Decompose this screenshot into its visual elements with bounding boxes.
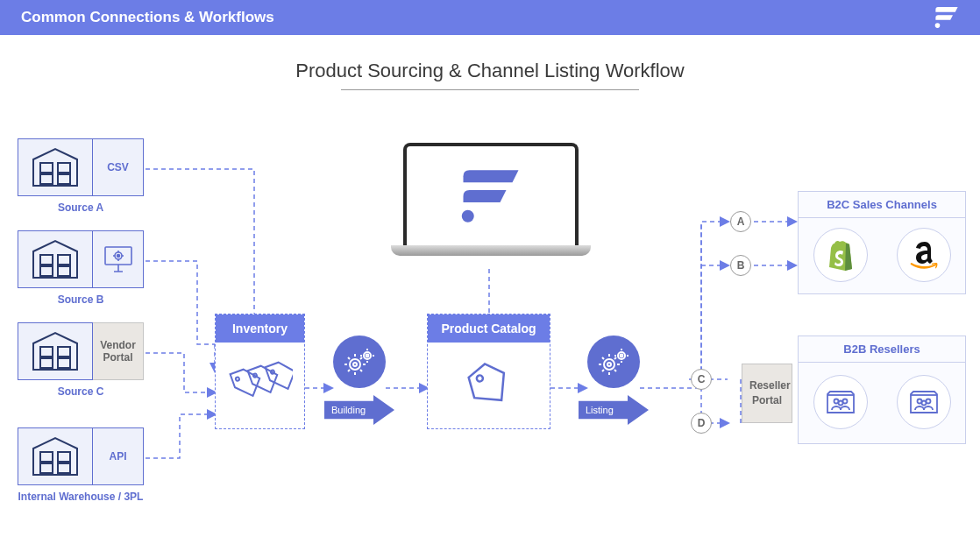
- shopify-icon: [813, 228, 868, 282]
- inventory-box: Inventory: [215, 314, 305, 429]
- svg-point-35: [838, 401, 842, 406]
- svg-rect-14: [58, 347, 70, 357]
- source-c-warehouse-icon: [18, 322, 93, 380]
- diagram-canvas: CSV Source A Source: [0, 90, 980, 551]
- laptop-logo-icon: [460, 170, 522, 223]
- reseller-group-icon-2: [897, 375, 951, 429]
- circle-b: B: [730, 255, 751, 276]
- svg-rect-13: [40, 347, 53, 357]
- svg-point-28: [475, 374, 484, 383]
- circle-d: D: [691, 413, 712, 434]
- catalog-title: Product Catalog: [428, 314, 550, 343]
- header-title: Common Connections & Workflows: [21, 9, 274, 26]
- svg-rect-18: [58, 452, 70, 462]
- circle-c: C: [691, 369, 712, 390]
- svg-point-38: [921, 401, 926, 406]
- svg-point-32: [621, 355, 623, 357]
- source-b-monitor-icon: [93, 230, 144, 288]
- building-gear-icon: [333, 336, 386, 388]
- svg-rect-16: [58, 358, 70, 368]
- inventory-title: Inventory: [216, 314, 304, 343]
- svg-point-0: [935, 23, 941, 28]
- source-d-warehouse-icon: [18, 427, 93, 485]
- source-a: CSV Source A: [18, 138, 144, 215]
- svg-point-1: [462, 210, 474, 223]
- svg-point-30: [607, 363, 611, 366]
- svg-rect-9: [58, 266, 70, 276]
- source-b: Source B: [18, 230, 144, 307]
- source-c-caption: Source C: [18, 385, 144, 399]
- svg-rect-3: [58, 163, 70, 173]
- svg-point-12: [117, 255, 119, 258]
- svg-point-31: [618, 352, 625, 359]
- source-c-vendor-portal: Vendor Portal: [93, 322, 144, 380]
- header-bar: Common Connections & Workflows: [0, 0, 980, 35]
- svg-point-26: [364, 352, 371, 359]
- source-d-caption: Internal Warehouse / 3PL: [18, 491, 144, 505]
- b2c-channels-box: B2C Sales Channels: [798, 191, 966, 294]
- svg-point-29: [604, 359, 614, 370]
- b2c-title: B2C Sales Channels: [799, 192, 965, 218]
- source-b-warehouse-icon: [18, 230, 93, 288]
- building-arrow: Building: [324, 395, 394, 425]
- circle-a: A: [730, 211, 751, 232]
- source-a-caption: Source A: [18, 201, 144, 215]
- svg-rect-20: [58, 463, 70, 473]
- svg-rect-15: [40, 358, 53, 368]
- catalog-box: Product Catalog: [427, 314, 550, 429]
- source-d-api-tag: API: [93, 427, 144, 485]
- b2b-resellers-box: B2B Resellers: [798, 336, 966, 444]
- source-c: Vendor Portal Source C: [18, 322, 144, 399]
- listing-arrow: Listing: [579, 395, 649, 425]
- source-b-caption: Source B: [18, 293, 144, 307]
- catalog-tag-icon: [465, 361, 514, 410]
- reseller-portal: Reseller Portal: [742, 364, 792, 423]
- listing-gear-icon: [587, 336, 640, 388]
- source-a-tag: CSV: [93, 138, 144, 196]
- svg-point-27: [366, 355, 369, 357]
- svg-rect-17: [40, 452, 53, 462]
- svg-rect-19: [40, 463, 53, 473]
- svg-rect-2: [40, 163, 53, 173]
- inventory-tags-icon: [228, 361, 293, 410]
- amazon-icon: [897, 228, 951, 282]
- svg-rect-6: [40, 255, 53, 265]
- svg-point-21: [235, 377, 239, 381]
- svg-rect-5: [58, 174, 70, 184]
- svg-rect-4: [40, 174, 53, 184]
- svg-rect-8: [40, 266, 53, 276]
- diagram-title: Product Sourcing & Channel Listing Workf…: [0, 60, 980, 82]
- svg-point-25: [353, 363, 357, 366]
- svg-point-24: [350, 359, 360, 370]
- source-internal-warehouse: API Internal Warehouse / 3PL: [18, 427, 144, 505]
- source-a-warehouse-icon: [18, 138, 93, 196]
- reseller-group-icon-1: [813, 375, 868, 429]
- brand-logo-icon: [934, 7, 959, 28]
- svg-rect-7: [58, 255, 70, 265]
- b2b-title: B2B Resellers: [799, 336, 965, 363]
- laptop-illustration: [403, 143, 579, 256]
